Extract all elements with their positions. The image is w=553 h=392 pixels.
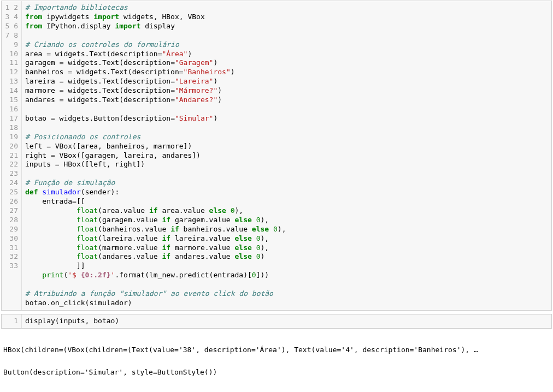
cell-output: HBox(children=(VBox(children=(Text(value… [0, 332, 553, 392]
line-number-gutter: 1 [2, 314, 22, 328]
line-number-gutter: 1 2 3 4 5 6 7 8 9 10 11 12 13 14 15 16 1… [2, 1, 22, 310]
code-editor-2[interactable]: display(inputs, botao) [22, 314, 551, 328]
code-editor-1[interactable]: # Importando bibliotecas from ipywidgets… [22, 1, 551, 310]
output-line-1: HBox(children=(VBox(children=(Text(value… [3, 346, 478, 354]
output-line-2: Button(description='Simular', style=Butt… [3, 368, 217, 376]
code-cell-2[interactable]: 1 display(inputs, botao) [1, 314, 552, 329]
code-cell-1[interactable]: 1 2 3 4 5 6 7 8 9 10 11 12 13 14 15 16 1… [1, 1, 552, 311]
